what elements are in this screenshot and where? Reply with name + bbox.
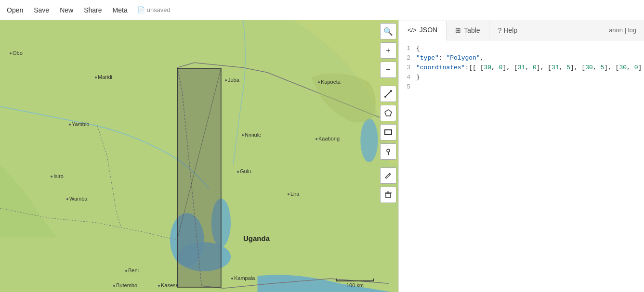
help-icon: ? bbox=[498, 26, 502, 34]
table-tab-icon: ⊞ bbox=[455, 26, 461, 34]
line-num-5: 5 bbox=[399, 83, 416, 92]
search-button[interactable]: 🔍 bbox=[380, 23, 396, 39]
svg-point-4 bbox=[360, 118, 378, 162]
svg-point-12 bbox=[387, 149, 390, 152]
json-tab-label: JSON bbox=[420, 26, 437, 34]
svg-point-8 bbox=[384, 96, 386, 98]
draw-polygon-tool[interactable] bbox=[380, 105, 396, 121]
line-num-1: 1 bbox=[399, 45, 416, 53]
tab-json[interactable]: </> JSON bbox=[399, 21, 447, 40]
draw-rectangle-tool[interactable] bbox=[380, 124, 396, 140]
svg-line-7 bbox=[385, 91, 391, 97]
line-num-3: 3 bbox=[399, 64, 416, 73]
new-button[interactable]: New bbox=[59, 4, 74, 16]
panel-tabs: </> JSON ⊞ Table ? Help anon | log bbox=[399, 20, 644, 40]
scale-label: 100 km bbox=[346, 282, 364, 288]
scale-line bbox=[336, 279, 374, 281]
help-tab-label: Help bbox=[503, 26, 517, 34]
svg-rect-14 bbox=[386, 193, 391, 198]
tab-table[interactable]: ⊞ Table bbox=[447, 20, 489, 40]
user-label: anon | log bbox=[609, 26, 636, 34]
scale-bar: 100 km bbox=[336, 279, 374, 288]
toolbar: Open Save New Share Meta 📄 unsaved bbox=[0, 0, 644, 20]
table-tab-label: Table bbox=[464, 26, 480, 34]
zoom-in-label: + bbox=[386, 46, 390, 55]
line-content-4: } bbox=[416, 74, 644, 82]
meta-button[interactable]: Meta bbox=[112, 4, 129, 16]
json-editor[interactable]: 1 { 2 "type": "Polygon", 3 "coordinates"… bbox=[399, 40, 644, 292]
line-content-2: "type": "Polygon", bbox=[416, 54, 644, 63]
json-line-2: 2 "type": "Polygon", bbox=[399, 54, 644, 63]
edit-tool[interactable] bbox=[380, 167, 396, 184]
delete-tool[interactable] bbox=[380, 187, 396, 203]
line-num-2: 2 bbox=[399, 54, 416, 63]
right-panel: </> JSON ⊞ Table ? Help anon | log 1 { 2 bbox=[398, 20, 644, 292]
map-panel[interactable]: OboMaridiJubaKapoetaYambioNimuleKaabongI… bbox=[0, 20, 398, 292]
unsaved-label: unsaved bbox=[147, 6, 171, 13]
unsaved-indicator: 📄 unsaved bbox=[137, 6, 171, 13]
json-line-4: 4 } bbox=[399, 73, 644, 83]
json-line-5: 5 bbox=[399, 83, 644, 92]
save-button[interactable]: Save bbox=[33, 4, 50, 16]
json-line-3: 3 "coordinates":[[ [30, 0], [31, 0], [31… bbox=[399, 63, 644, 73]
zoom-in-button[interactable]: + bbox=[380, 42, 396, 59]
svg-marker-10 bbox=[385, 110, 392, 116]
line-content-1: { bbox=[416, 45, 644, 53]
map-controls: 🔍 + − bbox=[378, 20, 398, 204]
json-tab-icon: </> bbox=[407, 26, 417, 34]
json-line-1: 1 { bbox=[399, 44, 644, 54]
zoom-out-label: − bbox=[386, 65, 390, 74]
map-background bbox=[0, 20, 398, 292]
line-content-5 bbox=[416, 83, 644, 92]
open-button[interactable]: Open bbox=[6, 4, 24, 16]
svg-point-3 bbox=[211, 199, 231, 247]
main-content: OboMaridiJubaKapoetaYambioNimuleKaabongI… bbox=[0, 20, 644, 292]
svg-point-9 bbox=[390, 90, 392, 92]
draw-line-tool[interactable] bbox=[380, 86, 396, 102]
place-marker-tool[interactable] bbox=[380, 143, 396, 160]
svg-rect-11 bbox=[385, 130, 392, 135]
tab-help[interactable]: ? Help bbox=[489, 20, 526, 40]
zoom-out-button[interactable]: − bbox=[380, 62, 396, 78]
line-content-3: "coordinates":[[ [30, 0], [31, 0], [31, … bbox=[416, 64, 644, 73]
share-button[interactable]: Share bbox=[83, 4, 103, 16]
line-num-4: 4 bbox=[399, 74, 416, 82]
user-info[interactable]: anon | log bbox=[601, 26, 644, 34]
doc-icon: 📄 bbox=[137, 6, 145, 13]
svg-line-13 bbox=[389, 174, 390, 175]
